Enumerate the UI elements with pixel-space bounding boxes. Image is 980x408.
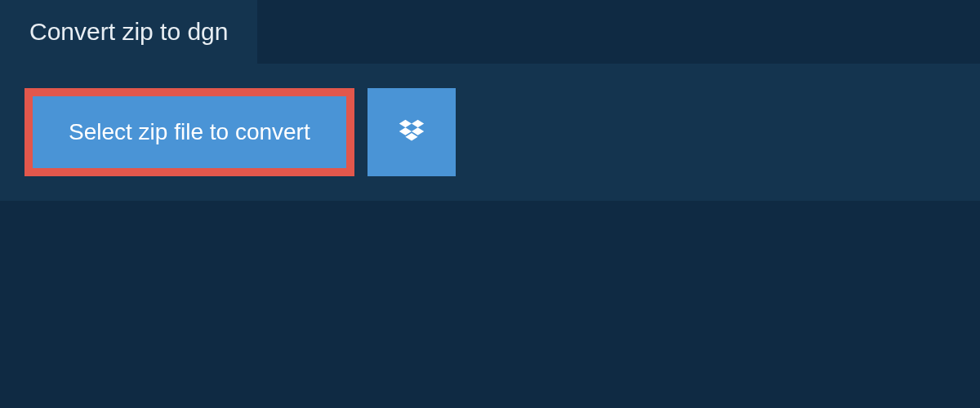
conversion-panel: Select zip file to convert [0, 64, 980, 201]
tab-convert[interactable]: Convert zip to dgn [0, 0, 257, 64]
tab-label: Convert zip to dgn [29, 18, 228, 45]
dropbox-icon [396, 117, 427, 148]
dropbox-button[interactable] [368, 88, 456, 176]
select-file-button[interactable]: Select zip file to convert [24, 88, 354, 176]
select-file-label: Select zip file to convert [69, 119, 310, 145]
tab-bar: Convert zip to dgn [0, 0, 980, 64]
